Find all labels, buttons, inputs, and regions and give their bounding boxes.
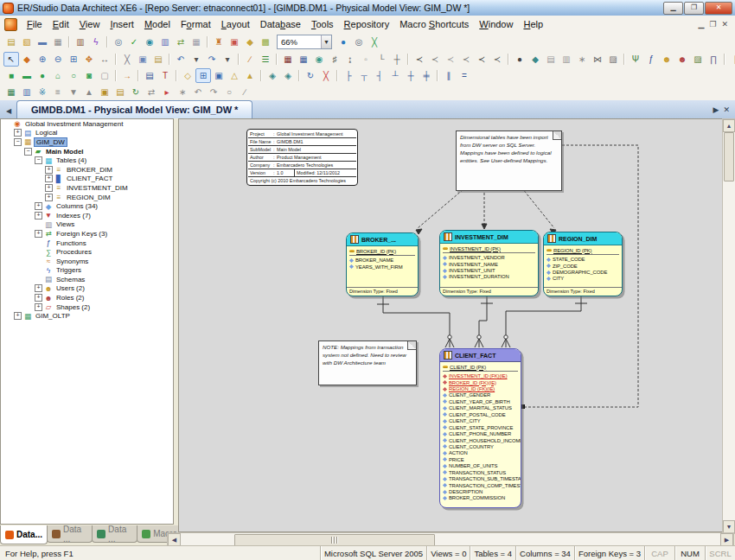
scroll-up-icon[interactable]: ▲	[723, 119, 735, 132]
hierarchical-layout-icon[interactable]: ▣	[211, 68, 227, 83]
column-row[interactable]: YEARS_WITH_FIRM	[349, 264, 417, 270]
flag-object-icon[interactable]: ▸	[159, 85, 175, 99]
mdi-close-button[interactable]: ✕	[721, 20, 728, 29]
mdi-minimize-button[interactable]: ▁	[698, 20, 704, 29]
tree-item-shapes-2[interactable]: +▱Shapes (2)	[1, 302, 173, 312]
tree-expander-icon[interactable]: +	[35, 230, 42, 238]
canvas-vertical-scrollbar[interactable]: ▲ ▼	[722, 118, 735, 534]
scroll-down-icon[interactable]: ▼	[723, 520, 735, 533]
tab-scroll-left-icon[interactable]: ◀	[3, 105, 15, 117]
tree-item-schemas[interactable]: ▤Schemas	[1, 275, 173, 284]
print-icon[interactable]: ▦	[50, 35, 66, 49]
redraw-diagram-icon[interactable]: ↻	[303, 68, 318, 83]
undo-dropdown-icon[interactable]: ▾	[189, 52, 204, 67]
insert-document-shape-icon[interactable]: ▢	[97, 68, 112, 83]
paste-icon[interactable]: ▤	[150, 52, 166, 67]
document-tab[interactable]: GIMDB.DM1 - Physical Model View: GIM_DW …	[16, 100, 252, 118]
column-row[interactable]: BROKER_ID (PK)	[349, 248, 417, 254]
text-block-icon[interactable]: ▤	[142, 68, 157, 83]
container-shape-icon[interactable]: ▫	[358, 52, 374, 67]
insert-ellipse-icon[interactable]: ●	[35, 68, 50, 83]
note-annotation-2[interactable]: NOTE: Mappings from transaction system n…	[318, 340, 417, 385]
insert-pentagon-icon[interactable]: ⌂	[50, 68, 66, 83]
incremental-layout-icon[interactable]: ◈	[280, 68, 296, 83]
entity-investment-dim[interactable]: INVESTMENT_DIMINVESTMENT_ID (PK)INVESTME…	[439, 230, 539, 296]
diagram-report-icon[interactable]: ☰	[258, 52, 273, 67]
remove-crossings-icon[interactable]: ╳	[318, 68, 334, 83]
column-row[interactable]: CLIENT_PHONE_NUMBER	[443, 430, 520, 436]
hierarchy-levels-icon[interactable]: ≡	[50, 85, 66, 99]
dimensional-options-icon[interactable]: ∗	[175, 85, 190, 99]
join-tool-icon[interactable]: ⋈	[590, 52, 605, 67]
column-row[interactable]: INVESTMENT_UNIT	[443, 267, 537, 273]
corner-tool-icon[interactable]: ┼	[389, 52, 405, 67]
entity-client-fact[interactable]: CLIENT_FACTCLIENT_ID (PK)INVESTMENT_ID (…	[439, 348, 521, 508]
dimensional-slash-icon[interactable]: ∕	[237, 85, 252, 99]
distribute-horizontal-icon[interactable]: ∥	[441, 68, 457, 83]
copy-submodel-icon[interactable]: ▩	[258, 35, 273, 49]
diagram-title-block[interactable]: Project:Global Investment ManagementFile…	[246, 129, 358, 186]
tree-expander-icon[interactable]: +	[35, 284, 42, 292]
column-row[interactable]: TRANSACTION_COMP_TIMESTAMP	[443, 482, 520, 488]
tree-layout-icon[interactable]: △	[227, 68, 242, 83]
column-row[interactable]: DEMOGRAPHIC_CODE	[546, 269, 621, 275]
insert-rectangle-icon[interactable]: ■	[3, 68, 19, 83]
tree-item-triggers[interactable]: ϟTriggers	[1, 266, 173, 276]
tree-item-global-investment-management[interactable]: ◉Global Investment Management	[1, 119, 173, 129]
zoom-document-icon[interactable]: ◎	[111, 35, 126, 49]
bitmap-tool-icon[interactable]: ▨	[690, 52, 706, 67]
note-annotation-1[interactable]: Dimensional tables have been import from…	[456, 130, 562, 191]
overview-window-icon[interactable]: ●	[336, 35, 351, 49]
layout-properties-icon[interactable]: ◈	[265, 68, 280, 83]
tree-item-foreign-keys-3[interactable]: +⇄Foreign Keys (3)	[1, 229, 173, 239]
redo-icon[interactable]: ↷	[204, 52, 220, 67]
column-row[interactable]: INVESTMENT_DURATION	[443, 274, 537, 280]
attachment-editor-icon[interactable]: ♯	[327, 52, 342, 67]
zoom-area-icon[interactable]: ⊞	[66, 52, 81, 67]
column-row[interactable]: NUMBER_OF_UNITS	[443, 463, 520, 469]
validate-model-icon[interactable]: ✓	[126, 35, 142, 49]
column-row[interactable]: TRANSACTION_SUB_TIMESTAMP	[443, 475, 520, 481]
run-macro-icon[interactable]: ϟ	[88, 35, 104, 49]
tree-item-synonyms[interactable]: ≈Synonyms	[1, 257, 173, 266]
menu-format[interactable]: Format	[176, 17, 216, 31]
menu-macro-shortcuts[interactable]: Macro Shortcuts	[394, 17, 474, 31]
save-icon[interactable]: ▬	[35, 35, 50, 49]
copy-dimension-icon[interactable]: ▣	[97, 85, 112, 99]
column-row[interactable]: CLIENT_GENDER	[443, 392, 520, 398]
tree-item-tables-4[interactable]: −▦Tables (4)	[1, 156, 173, 165]
anchor-object-icon[interactable]: ↨	[342, 52, 358, 67]
mdi-restore-button[interactable]: ❐	[709, 20, 716, 29]
role-tool-icon[interactable]: ☻	[674, 52, 690, 67]
align-center-horizontal-icon[interactable]: ┼	[403, 68, 419, 83]
restore-button[interactable]: ❐	[684, 2, 704, 15]
vertical-scroll-thumb[interactable]	[724, 132, 734, 181]
insert-fact-table-icon[interactable]: ▦	[3, 85, 19, 99]
tree-expander-icon[interactable]: +	[14, 312, 22, 320]
diagram-canvas[interactable]: Project:Global Investment ManagementFile…	[178, 118, 724, 532]
symmetric-layout-icon[interactable]: ▲	[242, 68, 258, 83]
tree-expander-icon[interactable]: −	[24, 148, 32, 156]
text-tool-icon[interactable]: T	[157, 68, 173, 83]
panel-tab-data-dictionary[interactable]: Data ...	[47, 525, 93, 543]
fit-model-to-window-icon[interactable]: ╳	[367, 35, 382, 49]
attach-binding-icon[interactable]: ◆	[242, 35, 258, 49]
orthogonal-layout-icon[interactable]: ⊞	[195, 68, 211, 83]
function-tool-icon[interactable]: ƒ	[643, 52, 659, 67]
zoom-out-icon[interactable]: ⊖	[50, 52, 66, 67]
diamond-tool-icon[interactable]: ◆	[527, 52, 543, 67]
table-editor-icon[interactable]: ▦	[280, 52, 296, 67]
tree-item-views[interactable]: ▥Views	[1, 220, 173, 230]
image-tool-icon[interactable]: ▨	[605, 52, 621, 67]
submodel-tool-icon[interactable]: └	[374, 52, 389, 67]
column-row[interactable]: CLIENT_ID (PK)	[443, 364, 520, 370]
column-row[interactable]: CLIENT_MARITAL_STATUS	[443, 405, 520, 411]
validate-dimensional-icon[interactable]: ○	[221, 85, 237, 99]
menu-insert[interactable]: Insert	[105, 17, 139, 31]
tab-close-icon[interactable]: ✕	[723, 105, 730, 114]
gear-tool-icon[interactable]: ∗	[574, 52, 590, 67]
undo-dimensional-icon[interactable]: ↶	[190, 85, 206, 99]
column-row[interactable]: CLIENT_HOUSEHOLD_INCOME	[443, 437, 520, 443]
close-button[interactable]: ✕	[705, 2, 732, 15]
column-row[interactable]: INVESTMENT_NAME	[443, 261, 537, 267]
